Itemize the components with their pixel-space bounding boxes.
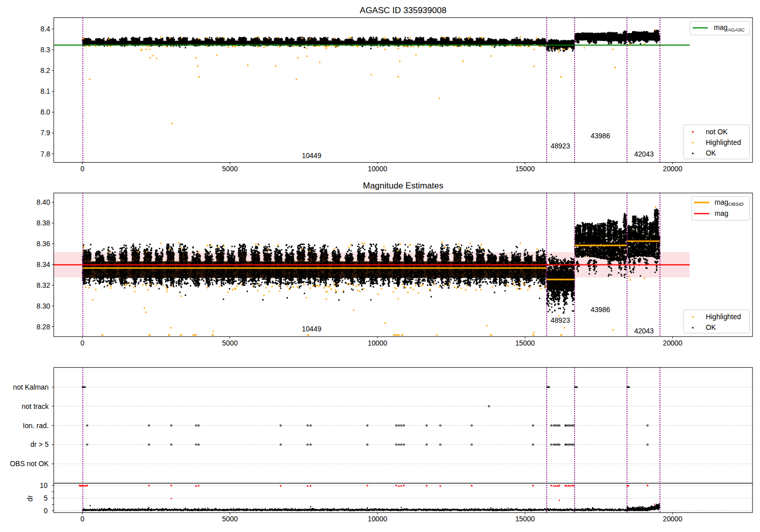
svg-text:8.4: 8.4 — [41, 25, 51, 33]
svg-text:8.38: 8.38 — [36, 219, 50, 227]
svg-text:not Kalman: not Kalman — [13, 383, 49, 391]
svg-text:48923: 48923 — [551, 316, 571, 324]
svg-text:8.34: 8.34 — [36, 260, 50, 269]
svg-text:8.3: 8.3 — [41, 46, 51, 54]
svg-text:15000: 15000 — [515, 165, 535, 173]
svg-text:0: 0 — [81, 339, 85, 347]
svg-text:8.36: 8.36 — [36, 240, 50, 248]
svg-text:not track: not track — [22, 402, 49, 410]
svg-text:0: 0 — [81, 515, 85, 523]
svg-text:43986: 43986 — [591, 306, 611, 314]
svg-text:Highlighted: Highlighted — [706, 138, 741, 146]
svg-text:8.30: 8.30 — [36, 302, 50, 310]
svg-text:AGASC ID 335939008: AGASC ID 335939008 — [360, 6, 446, 15]
svg-text:42043: 42043 — [634, 327, 654, 335]
svg-text:15000: 15000 — [515, 339, 535, 347]
svg-text:10000: 10000 — [368, 165, 388, 173]
svg-text:8.2: 8.2 — [41, 66, 51, 74]
svg-text:dr > 5: dr > 5 — [30, 440, 49, 448]
svg-text:8.40: 8.40 — [36, 198, 50, 206]
svg-text:dr: dr — [26, 495, 34, 502]
svg-text:0: 0 — [81, 165, 85, 173]
svg-text:15000: 15000 — [515, 515, 535, 523]
svg-text:5000: 5000 — [222, 339, 238, 347]
svg-text:7.9: 7.9 — [41, 129, 51, 137]
svg-text:10449: 10449 — [302, 151, 322, 160]
svg-text:20000: 20000 — [663, 339, 682, 347]
svg-text:OK: OK — [706, 149, 716, 157]
svg-text:20000: 20000 — [663, 515, 682, 523]
svg-text:10: 10 — [40, 481, 48, 489]
svg-text:8.1: 8.1 — [41, 87, 51, 95]
svg-text:10000: 10000 — [368, 339, 388, 347]
svg-text:20000: 20000 — [663, 165, 682, 173]
svg-text:Highlighted: Highlighted — [706, 313, 741, 321]
svg-text:Ion. rad.: Ion. rad. — [23, 422, 49, 430]
svg-text:0: 0 — [44, 507, 48, 515]
svg-text:43986: 43986 — [591, 132, 611, 140]
svg-text:5000: 5000 — [222, 515, 238, 523]
svg-text:10000: 10000 — [368, 515, 388, 523]
svg-text:48923: 48923 — [551, 142, 571, 150]
svg-text:5000: 5000 — [222, 165, 238, 173]
svg-text:not OK: not OK — [706, 128, 728, 136]
svg-text:5: 5 — [44, 494, 48, 502]
svg-text:7.8: 7.8 — [41, 150, 51, 158]
svg-text:mag: mag — [714, 209, 728, 217]
svg-text:OK: OK — [706, 323, 716, 331]
svg-text:8.28: 8.28 — [36, 323, 50, 331]
svg-text:8.32: 8.32 — [36, 281, 50, 289]
svg-text:8.0: 8.0 — [41, 108, 51, 116]
svg-text:10449: 10449 — [302, 325, 322, 333]
svg-text:Magnitude Estimates: Magnitude Estimates — [363, 181, 443, 191]
svg-text:OBS not OK: OBS not OK — [10, 460, 49, 468]
svg-text:42043: 42043 — [634, 150, 654, 158]
